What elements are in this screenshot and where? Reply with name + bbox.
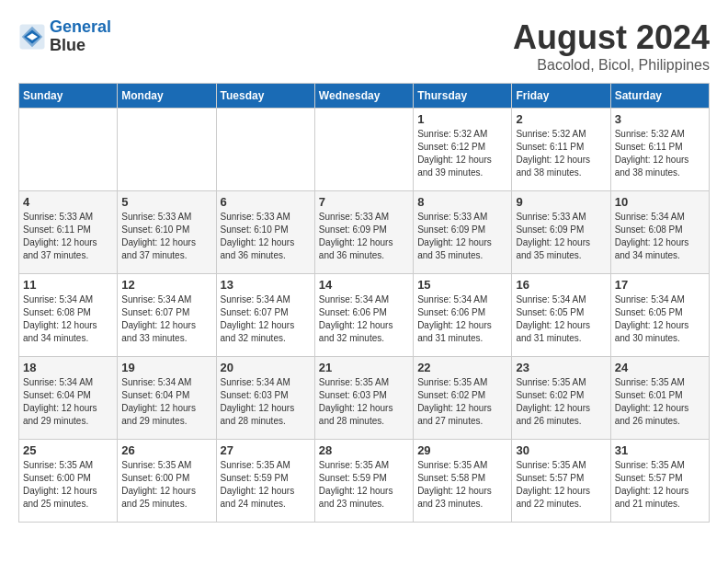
calendar-cell: 15Sunrise: 5:34 AM Sunset: 6:06 PM Dayli… bbox=[414, 274, 512, 357]
day-info: Sunrise: 5:34 AM Sunset: 6:08 PM Dayligh… bbox=[23, 293, 113, 345]
calendar-cell: 9Sunrise: 5:33 AM Sunset: 6:09 PM Daylig… bbox=[512, 191, 610, 274]
day-number: 31 bbox=[615, 443, 705, 457]
page-header: General Blue August 2024 Bacolod, Bicol,… bbox=[18, 18, 710, 74]
day-info: Sunrise: 5:35 AM Sunset: 5:59 PM Dayligh… bbox=[319, 459, 409, 511]
calendar-cell: 6Sunrise: 5:33 AM Sunset: 6:10 PM Daylig… bbox=[216, 191, 314, 274]
day-number: 8 bbox=[417, 195, 507, 209]
day-of-week-header: Tuesday bbox=[216, 84, 314, 109]
day-info: Sunrise: 5:32 AM Sunset: 6:11 PM Dayligh… bbox=[615, 128, 705, 179]
day-of-week-header: Wednesday bbox=[314, 84, 413, 109]
calendar-cell: 14Sunrise: 5:34 AM Sunset: 6:06 PM Dayli… bbox=[314, 274, 413, 357]
day-info: Sunrise: 5:35 AM Sunset: 6:00 PM Dayligh… bbox=[121, 459, 211, 511]
day-number: 23 bbox=[516, 361, 606, 374]
calendar-week-row: 11Sunrise: 5:34 AM Sunset: 6:08 PM Dayli… bbox=[19, 274, 710, 357]
calendar-cell: 30Sunrise: 5:35 AM Sunset: 5:57 PM Dayli… bbox=[512, 440, 610, 523]
calendar-week-row: 1Sunrise: 5:32 AM Sunset: 6:12 PM Daylig… bbox=[19, 109, 710, 191]
day-number: 18 bbox=[23, 361, 113, 374]
day-info: Sunrise: 5:34 AM Sunset: 6:04 PM Dayligh… bbox=[23, 376, 113, 428]
calendar-cell: 20Sunrise: 5:34 AM Sunset: 6:03 PM Dayli… bbox=[216, 357, 314, 440]
calendar-cell: 17Sunrise: 5:34 AM Sunset: 6:05 PM Dayli… bbox=[610, 274, 709, 357]
day-info: Sunrise: 5:33 AM Sunset: 6:09 PM Dayligh… bbox=[319, 211, 409, 262]
day-number: 15 bbox=[417, 278, 507, 292]
day-number: 11 bbox=[23, 278, 113, 292]
calendar-cell bbox=[216, 109, 314, 191]
day-info: Sunrise: 5:34 AM Sunset: 6:08 PM Dayligh… bbox=[615, 211, 705, 262]
main-title: August 2024 bbox=[513, 18, 710, 57]
day-number: 19 bbox=[121, 361, 211, 374]
day-number: 16 bbox=[516, 278, 606, 292]
calendar-header: SundayMondayTuesdayWednesdayThursdayFrid… bbox=[19, 84, 710, 109]
day-info: Sunrise: 5:35 AM Sunset: 6:02 PM Dayligh… bbox=[417, 376, 507, 428]
day-info: Sunrise: 5:34 AM Sunset: 6:07 PM Dayligh… bbox=[221, 293, 311, 345]
day-number: 22 bbox=[417, 361, 507, 374]
day-number: 17 bbox=[615, 278, 705, 292]
day-number: 13 bbox=[221, 278, 311, 292]
header-row: SundayMondayTuesdayWednesdayThursdayFrid… bbox=[19, 84, 710, 109]
day-number: 12 bbox=[121, 278, 211, 292]
day-of-week-header: Saturday bbox=[610, 84, 709, 109]
day-number: 20 bbox=[221, 361, 311, 374]
calendar-cell: 25Sunrise: 5:35 AM Sunset: 6:00 PM Dayli… bbox=[19, 440, 118, 523]
calendar-cell: 8Sunrise: 5:33 AM Sunset: 6:09 PM Daylig… bbox=[414, 191, 512, 274]
calendar-cell: 27Sunrise: 5:35 AM Sunset: 5:59 PM Dayli… bbox=[216, 440, 314, 523]
calendar-cell: 13Sunrise: 5:34 AM Sunset: 6:07 PM Dayli… bbox=[216, 274, 314, 357]
calendar-cell: 19Sunrise: 5:34 AM Sunset: 6:04 PM Dayli… bbox=[118, 357, 216, 440]
day-number: 30 bbox=[516, 443, 606, 457]
day-info: Sunrise: 5:35 AM Sunset: 6:01 PM Dayligh… bbox=[615, 376, 705, 428]
day-info: Sunrise: 5:32 AM Sunset: 6:11 PM Dayligh… bbox=[516, 128, 606, 179]
logo-line1: General bbox=[50, 17, 111, 36]
calendar-week-row: 4Sunrise: 5:33 AM Sunset: 6:11 PM Daylig… bbox=[19, 191, 710, 274]
day-of-week-header: Friday bbox=[512, 84, 610, 109]
day-info: Sunrise: 5:34 AM Sunset: 6:05 PM Dayligh… bbox=[516, 293, 606, 345]
logo-icon bbox=[18, 23, 46, 51]
day-info: Sunrise: 5:34 AM Sunset: 6:03 PM Dayligh… bbox=[221, 376, 311, 428]
calendar-cell bbox=[19, 109, 118, 191]
calendar-cell: 5Sunrise: 5:33 AM Sunset: 6:10 PM Daylig… bbox=[118, 191, 216, 274]
day-number: 29 bbox=[417, 443, 507, 457]
calendar-week-row: 25Sunrise: 5:35 AM Sunset: 6:00 PM Dayli… bbox=[19, 440, 710, 523]
calendar-cell: 3Sunrise: 5:32 AM Sunset: 6:11 PM Daylig… bbox=[610, 109, 709, 191]
day-number: 5 bbox=[121, 195, 211, 209]
day-number: 3 bbox=[615, 112, 705, 126]
day-info: Sunrise: 5:33 AM Sunset: 6:10 PM Dayligh… bbox=[221, 211, 311, 262]
day-info: Sunrise: 5:35 AM Sunset: 5:57 PM Dayligh… bbox=[615, 459, 705, 511]
day-number: 10 bbox=[615, 195, 705, 209]
calendar-cell: 1Sunrise: 5:32 AM Sunset: 6:12 PM Daylig… bbox=[414, 109, 512, 191]
day-info: Sunrise: 5:33 AM Sunset: 6:11 PM Dayligh… bbox=[23, 211, 113, 262]
day-number: 27 bbox=[221, 443, 311, 457]
day-info: Sunrise: 5:35 AM Sunset: 5:57 PM Dayligh… bbox=[516, 459, 606, 511]
day-of-week-header: Monday bbox=[118, 84, 216, 109]
calendar-cell bbox=[314, 109, 413, 191]
day-info: Sunrise: 5:34 AM Sunset: 6:05 PM Dayligh… bbox=[615, 293, 705, 345]
day-number: 4 bbox=[23, 195, 113, 209]
calendar-cell: 10Sunrise: 5:34 AM Sunset: 6:08 PM Dayli… bbox=[610, 191, 709, 274]
logo: General Blue bbox=[18, 18, 111, 55]
calendar-cell: 7Sunrise: 5:33 AM Sunset: 6:09 PM Daylig… bbox=[314, 191, 413, 274]
day-number: 1 bbox=[417, 112, 507, 126]
day-number: 6 bbox=[221, 195, 311, 209]
day-info: Sunrise: 5:33 AM Sunset: 6:09 PM Dayligh… bbox=[417, 211, 507, 262]
calendar-cell: 24Sunrise: 5:35 AM Sunset: 6:01 PM Dayli… bbox=[610, 357, 709, 440]
calendar-cell: 28Sunrise: 5:35 AM Sunset: 5:59 PM Dayli… bbox=[314, 440, 413, 523]
day-info: Sunrise: 5:35 AM Sunset: 6:03 PM Dayligh… bbox=[319, 376, 409, 428]
calendar-cell: 18Sunrise: 5:34 AM Sunset: 6:04 PM Dayli… bbox=[19, 357, 118, 440]
day-info: Sunrise: 5:35 AM Sunset: 5:59 PM Dayligh… bbox=[221, 459, 311, 511]
day-number: 9 bbox=[516, 195, 606, 209]
calendar-cell bbox=[118, 109, 216, 191]
day-number: 21 bbox=[319, 361, 409, 374]
calendar-cell: 2Sunrise: 5:32 AM Sunset: 6:11 PM Daylig… bbox=[512, 109, 610, 191]
calendar-cell: 23Sunrise: 5:35 AM Sunset: 6:02 PM Dayli… bbox=[512, 357, 610, 440]
day-info: Sunrise: 5:34 AM Sunset: 6:07 PM Dayligh… bbox=[121, 293, 211, 345]
day-info: Sunrise: 5:33 AM Sunset: 6:09 PM Dayligh… bbox=[516, 211, 606, 262]
calendar-cell: 31Sunrise: 5:35 AM Sunset: 5:57 PM Dayli… bbox=[610, 440, 709, 523]
logo-text: General Blue bbox=[50, 18, 111, 55]
day-info: Sunrise: 5:35 AM Sunset: 5:58 PM Dayligh… bbox=[417, 459, 507, 511]
day-number: 26 bbox=[121, 443, 211, 457]
day-info: Sunrise: 5:34 AM Sunset: 6:06 PM Dayligh… bbox=[319, 293, 409, 345]
day-number: 2 bbox=[516, 112, 606, 126]
calendar-cell: 4Sunrise: 5:33 AM Sunset: 6:11 PM Daylig… bbox=[19, 191, 118, 274]
day-number: 24 bbox=[615, 361, 705, 374]
day-info: Sunrise: 5:34 AM Sunset: 6:06 PM Dayligh… bbox=[417, 293, 507, 345]
calendar-cell: 12Sunrise: 5:34 AM Sunset: 6:07 PM Dayli… bbox=[118, 274, 216, 357]
day-info: Sunrise: 5:34 AM Sunset: 6:04 PM Dayligh… bbox=[121, 376, 211, 428]
